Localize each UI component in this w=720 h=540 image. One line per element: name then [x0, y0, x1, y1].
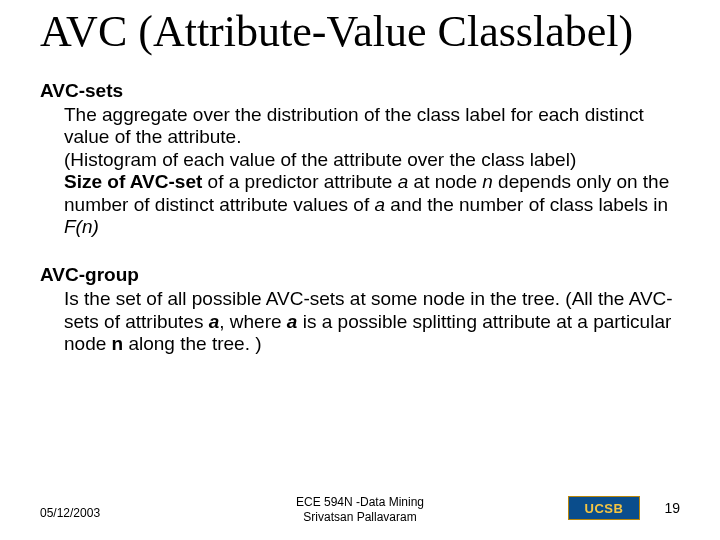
text: of a predictor attribute [202, 171, 397, 192]
footer-center: ECE 594N -Data Mining Srivatsan Pallavar… [296, 495, 424, 524]
slide-footer: 05/12/2003 ECE 594N -Data Mining Srivats… [0, 490, 720, 530]
avcsets-heading: AVC-sets [40, 80, 680, 102]
text: The aggregate over the distribution of t… [64, 104, 644, 147]
author-name: Srivatsan Pallavaram [303, 510, 416, 524]
var-n: n [482, 171, 493, 192]
logo-text: UCSB [585, 501, 624, 516]
var-a-bold: a [209, 311, 220, 332]
text: , where [219, 311, 287, 332]
sizeof-label: Size of AVC-set [64, 171, 202, 192]
var-a: a [375, 194, 386, 215]
var-n-bold: n [112, 333, 124, 354]
var-a-bold: a [287, 311, 298, 332]
text: (Histogram of each value of the attribut… [64, 149, 576, 170]
var-a: a [398, 171, 409, 192]
var-fn: F(n) [64, 216, 99, 237]
avcgroup-heading: AVC-group [40, 264, 680, 286]
course-name: ECE 594N -Data Mining [296, 495, 424, 509]
page-number: 19 [664, 500, 680, 516]
text: and the number of class labels in [385, 194, 668, 215]
slide-title: AVC (Attribute-Value Classlabel) [40, 10, 680, 54]
avcgroup-paragraph: Is the set of all possible AVC-sets at s… [64, 288, 680, 355]
text: along the tree. ) [123, 333, 261, 354]
ucsb-logo: UCSB [568, 496, 640, 520]
slide-content: AVC-sets The aggregate over the distribu… [40, 80, 680, 356]
avcsets-paragraph: The aggregate over the distribution of t… [64, 104, 680, 238]
text: at node [408, 171, 482, 192]
footer-date: 05/12/2003 [40, 506, 100, 520]
